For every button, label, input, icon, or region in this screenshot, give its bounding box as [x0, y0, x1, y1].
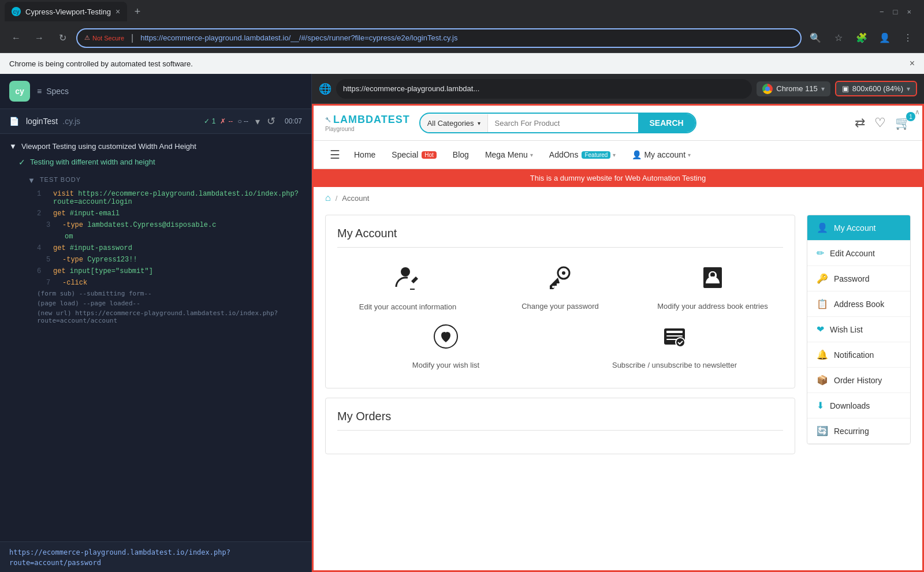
address-bar[interactable]: ⚠ Not Secure | https://ecommerce-playgro…: [76, 28, 802, 48]
code-line-3b: om: [18, 231, 302, 242]
search-input[interactable]: [488, 114, 638, 132]
test-case-item[interactable]: ✓ Testing with different width and heigh…: [0, 154, 311, 170]
sidebar-item-wish-list[interactable]: ❤ Wish List: [807, 317, 910, 342]
cypress-toolbar: 📄 loginTest.cy.js ✓ 1 ✗ -- ○ --: [0, 109, 311, 134]
account-person-icon: 👤: [632, 150, 642, 159]
change-password-item[interactable]: Change your password: [490, 265, 631, 312]
wishlist-icon[interactable]: ♡: [874, 115, 886, 130]
nav-my-account[interactable]: 👤 My account ▾: [625, 143, 698, 166]
sidebar-label-edit-account: Edit Account: [830, 249, 875, 258]
test-pass-icon: ✓: [18, 158, 25, 167]
address-book-icon: [700, 265, 725, 296]
downloads-icon: ⬇: [817, 400, 824, 411]
zoom-button[interactable]: 🔍: [806, 29, 825, 47]
sidebar-label-recurring: Recurring: [834, 427, 869, 436]
collapse-button[interactable]: ∧: [915, 108, 920, 116]
hamburger-menu[interactable]: ☰: [325, 141, 345, 169]
svg-point-6: [710, 272, 715, 277]
tab-bar: cy Cypress-Viewport-Testing × + − □ ×: [0, 0, 924, 23]
nav-home[interactable]: Home: [347, 143, 382, 166]
site-header: 🔧 LAMBDATEST Playground All Categories ▾: [314, 106, 922, 141]
sidebar-item-password[interactable]: 🔑 Password: [807, 266, 910, 291]
sidebar-item-address-book[interactable]: 📋 Address Book: [807, 291, 910, 317]
orders-section: My Orders: [325, 398, 795, 454]
viewport-url-bar[interactable]: https://ecommerce-playground.lambdat...: [336, 79, 752, 99]
nav-blog[interactable]: Blog: [446, 143, 476, 166]
sidebar-item-edit-account[interactable]: ✏ Edit Account: [807, 241, 910, 266]
address-book-sidebar-icon: 📋: [817, 298, 828, 309]
sidebar-item-recurring[interactable]: 🔄 Recurring: [807, 418, 910, 444]
settings-button[interactable]: ⋮: [899, 29, 917, 47]
new-tab-button[interactable]: +: [129, 3, 146, 20]
nav-addons[interactable]: AddOns Featured ▾: [542, 143, 623, 166]
sidebar-label-downloads: Downloads: [830, 401, 870, 410]
sidebar-item-downloads[interactable]: ⬇ Downloads: [807, 393, 910, 418]
password-icon: 🔑: [817, 273, 828, 284]
pending-count: ○ --: [237, 117, 248, 125]
chrome-browser-badge[interactable]: Chrome 115 ▾: [757, 81, 830, 96]
site-logo[interactable]: 🔧 LAMBDATEST Playground: [325, 114, 410, 132]
cart-badge: 1: [906, 112, 915, 121]
edit-account-sidebar-icon: ✏: [817, 248, 824, 259]
extensions-button[interactable]: 🧩: [852, 29, 871, 47]
maximize-button[interactable]: □: [890, 5, 901, 18]
test-suite-item[interactable]: ▼ Viewport Testing using customized Widt…: [0, 139, 311, 154]
test-body-text: TEST BODY: [40, 176, 81, 183]
svg-point-3: [552, 286, 554, 288]
newsletter-icon: [662, 324, 687, 354]
sidebar-label-password: Password: [834, 274, 869, 283]
sidebar-item-order-history[interactable]: 📦 Order History: [807, 368, 910, 393]
refresh-button[interactable]: ↺: [267, 115, 275, 128]
profile-button[interactable]: 👤: [875, 29, 894, 47]
automation-close-button[interactable]: ×: [910, 58, 915, 69]
active-tab[interactable]: cy Cypress-Viewport-Testing ×: [5, 2, 127, 21]
cart-icon[interactable]: 🛒 1: [895, 115, 911, 130]
announcement-text: This is a dummy website for Web Automati…: [530, 174, 706, 182]
forward-button[interactable]: →: [30, 29, 49, 47]
test-body: ▼ Viewport Testing using customized Widt…: [0, 134, 311, 541]
sidebar-label-address-book: Address Book: [834, 300, 884, 309]
code-line-6: 6 get input[type="submit"]: [18, 266, 302, 277]
cypress-specs-label[interactable]: Specs: [46, 87, 69, 96]
sidebar-label-my-account: My Account: [834, 223, 875, 233]
edit-account-text: Edit your account information: [359, 302, 456, 312]
my-account-icon: 👤: [817, 222, 828, 233]
warning-icon: ⚠: [84, 34, 90, 42]
breadcrumb: ⌂ / Account: [314, 187, 922, 209]
breadcrumb-current: Account: [342, 194, 369, 203]
test-body-chevron: ▼: [28, 176, 35, 185]
account-items-grid: Edit your account information: [337, 259, 783, 318]
sidebar-item-notification[interactable]: 🔔 Notification: [807, 342, 910, 368]
close-window-button[interactable]: ×: [903, 5, 915, 18]
category-dropdown[interactable]: All Categories ▾: [420, 114, 488, 132]
minimize-button[interactable]: −: [876, 5, 888, 18]
bookmark-button[interactable]: ☆: [829, 29, 848, 47]
compare-icon[interactable]: ⇄: [855, 115, 865, 130]
cypress-bottom: https://ecommerce-playground.lambdatest.…: [0, 541, 311, 572]
logo-text: LAMBDATEST: [333, 114, 410, 126]
newsletter-item[interactable]: Subscribe / unsubscribe to newsletter: [566, 324, 783, 371]
main-area: My Account: [325, 215, 795, 564]
edit-account-item[interactable]: Edit your account information: [337, 265, 478, 312]
svg-rect-10: [666, 335, 683, 337]
address-book-item[interactable]: Modify your address book entries: [642, 265, 783, 312]
close-tab-button[interactable]: ×: [116, 7, 120, 16]
page-load-comment: (page load) --page loaded--: [18, 298, 302, 308]
automation-text: Chrome is being controlled by automated …: [9, 59, 193, 68]
dropdown-icon[interactable]: ▾: [255, 116, 260, 127]
wish-list-item[interactable]: Modify your wish list: [337, 324, 554, 371]
mega-menu-chevron: ▾: [530, 152, 533, 158]
nav-mega-menu[interactable]: Mega Menu ▾: [478, 143, 540, 166]
search-button[interactable]: SEARCH: [638, 114, 695, 132]
viewport-size-badge[interactable]: ▣ 800x600 (84%) ▾: [835, 81, 917, 96]
sidebar-item-my-account[interactable]: 👤 My Account: [807, 215, 910, 241]
svg-point-0: [401, 267, 410, 276]
back-button[interactable]: ←: [7, 29, 25, 47]
pass-count: ✓ 1: [204, 117, 216, 125]
nav-special[interactable]: Special Hot: [385, 143, 443, 166]
category-chevron: ▾: [478, 120, 480, 126]
reload-button[interactable]: ↻: [53, 29, 72, 47]
test-body-label-item: ▼ TEST BODY: [18, 173, 302, 188]
form-sub-comment: (form sub) --submitting form--: [18, 289, 302, 298]
breadcrumb-home-icon[interactable]: ⌂: [325, 193, 331, 203]
